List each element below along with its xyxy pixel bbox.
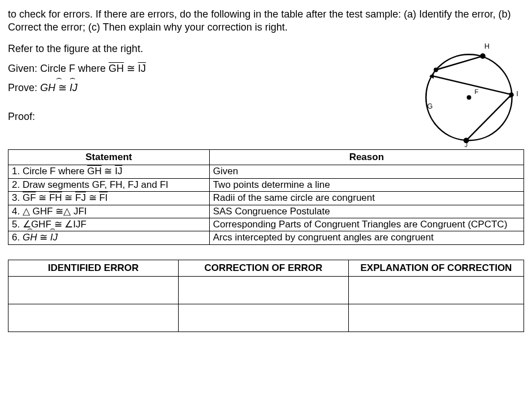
stmt-5: 5. ∠GHF ≅ ∠IJF — [8, 218, 210, 231]
svg-line-2 — [466, 94, 512, 140]
stmt-4: 4. △ GHF ≅△ JFI — [8, 205, 210, 218]
reason-5: Corresponding Parts of Congruent Triangl… — [209, 218, 524, 231]
error-cell — [178, 276, 348, 304]
reason-2: Two points determine a line — [209, 178, 524, 191]
instruction-text: to check for errors. If there are errors… — [8, 8, 524, 33]
svg-point-6 — [434, 68, 438, 72]
label-I: I — [516, 90, 518, 98]
header-statement: Statement — [8, 150, 210, 165]
prove-line: Prove: GH ≅ IJ ⌢ ⌢ — [8, 81, 408, 94]
stmt-1: 1. Circle F where GH ≅ IJ — [8, 165, 210, 178]
table-row: 1. Circle F where GH ≅ IJ Given — [8, 165, 524, 178]
prove-prefix: Prove: — [8, 82, 40, 93]
table-row: 3. GF ≅ FH ≅ FJ ≅ FI Radii of the same c… — [8, 192, 524, 205]
reason-1: Given — [209, 165, 524, 178]
stmt-2: 2. Draw segments GF, FH, FJ and FI — [8, 178, 210, 191]
label-G: G — [427, 102, 432, 110]
proof-label: Proof: — [8, 110, 408, 123]
stmt-3: 3. GF ≅ FH ≅ FJ ≅ FI — [8, 192, 210, 205]
table-row: 5. ∠GHF ≅ ∠IJF Corresponding Parts of Co… — [8, 218, 524, 231]
error-cell — [8, 304, 179, 331]
given-lhs: GH — [109, 63, 124, 74]
circle-figure: H I G J F — [414, 37, 524, 147]
error-header-2: CORRECTION OF ERROR — [178, 260, 348, 276]
given-line: Given: Circle F where GH ≅ IJ — [8, 62, 408, 75]
table-row: 2. Draw segments GF, FH, FJ and FI Two p… — [8, 178, 524, 191]
label-H: H — [485, 42, 490, 50]
table-row — [8, 276, 524, 304]
table-row: 4. △ GHF ≅△ JFI SAS Congruence Postulate — [8, 205, 524, 218]
svg-point-5 — [480, 53, 486, 59]
prove-lhs: GH — [40, 82, 55, 93]
svg-line-3 — [430, 75, 512, 94]
label-F: F — [474, 88, 478, 95]
proof-table: Statement Reason 1. Circle F where GH ≅ … — [8, 149, 524, 245]
error-cell — [8, 276, 179, 304]
error-header-3: EXPLANATION OF CORRECTION — [348, 260, 524, 276]
error-cell — [348, 276, 524, 304]
reason-3: Radii of the same circle are congruent — [209, 192, 524, 205]
error-cell — [178, 304, 348, 331]
prove-op: ≅ — [55, 82, 70, 93]
table-row: 6. GH ≅ IJ ⌢ ⌢ Arcs intercepted by congr… — [8, 231, 524, 244]
header-reason: Reason — [209, 150, 524, 165]
label-J: J — [465, 141, 468, 147]
prove-rhs: IJ — [70, 82, 77, 93]
reason-4: SAS Congruence Postulate — [209, 205, 524, 218]
refer-text: Refer to the figure at the right. — [8, 42, 408, 55]
error-header-1: IDENTIFIED ERROR — [8, 260, 179, 276]
error-cell — [348, 304, 524, 331]
given-rhs: IJ — [138, 63, 146, 74]
error-table: IDENTIFIED ERROR CORRECTION OF ERROR EXP… — [8, 260, 524, 332]
given-op: ≅ — [124, 63, 138, 74]
stmt-6: 6. GH ≅ IJ ⌢ ⌢ — [8, 231, 210, 244]
reason-6: Arcs intercepted by congruent angles are… — [209, 231, 524, 244]
svg-point-4 — [467, 95, 472, 100]
table-row — [8, 304, 524, 331]
